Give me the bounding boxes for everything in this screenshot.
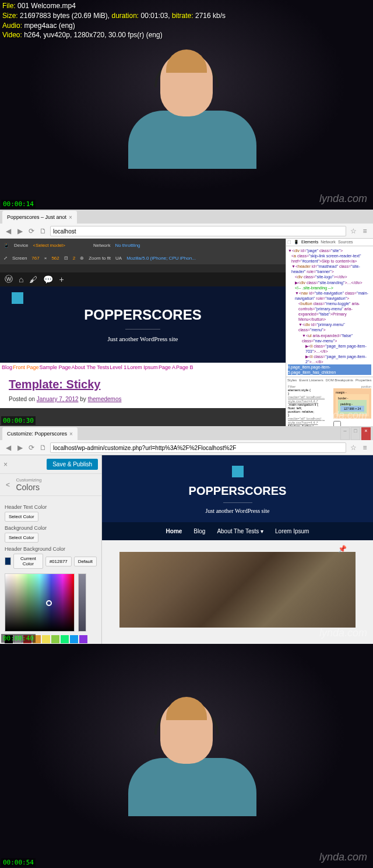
dpr-icon: ⊡ [64, 256, 68, 261]
star-icon[interactable]: ☆ [349, 226, 358, 236]
nav-item[interactable]: Home [166, 528, 182, 534]
styles-tabs[interactable]: StylesEvent ListenersDOM BreakpointsProp… [286, 377, 373, 383]
close-icon[interactable]: × [69, 431, 73, 437]
swatch[interactable] [51, 635, 59, 643]
device-toolbar[interactable]: 📱 Device <Select model> Network No throt… [0, 239, 286, 251]
color-picker[interactable] [5, 573, 97, 632]
address-bar[interactable] [50, 442, 346, 453]
address-bar[interactable] [50, 226, 346, 236]
device-icon[interactable]: 📱 [3, 243, 9, 248]
hex-input[interactable] [45, 557, 72, 566]
star-icon[interactable]: ☆ [349, 443, 358, 452]
browser-tab[interactable]: Customize: Popperscores× [2, 427, 78, 440]
devtools-tabs[interactable]: ⬚ 📱 Elements Network Sources [286, 239, 373, 246]
nav-link[interactable]: Page B [176, 364, 193, 370]
close-customizer-button[interactable]: × [3, 460, 8, 469]
screen-toolbar[interactable]: ⤢ Screen 767 × 562 ⊡ 2 ⊕ Zoom to fit UA … [0, 251, 286, 264]
control-label: Background Color [5, 525, 97, 531]
swatch[interactable] [42, 635, 50, 643]
customizer-sidebar: × Save & Publish < Customizing Colors He… [0, 455, 102, 644]
close-button[interactable]: × [361, 427, 371, 440]
tab-elements[interactable]: Elements [301, 240, 318, 245]
watermark: lynda.com [319, 409, 367, 421]
menu-icon[interactable]: ≡ [360, 443, 370, 452]
dashboard-icon[interactable]: ⌂ [19, 275, 23, 284]
responsive-viewport: 📱 Device <Select model> Network No throt… [0, 239, 286, 426]
dom-breadcrumb[interactable]: li.page_item.page-item-5.page_item_has_c… [288, 364, 371, 375]
back-icon[interactable]: < [6, 481, 10, 489]
nav-links: BlogFront PageSample PageAbout The Tests… [0, 363, 286, 372]
nav-item[interactable]: Blog [193, 528, 205, 534]
picker-handle[interactable] [46, 600, 52, 606]
nav-link[interactable]: Lorem Ipsum [127, 364, 158, 370]
back-button[interactable]: ◀ [3, 226, 13, 236]
reload-button[interactable]: ⟳ [27, 443, 36, 452]
maximize-button[interactable]: □ [351, 427, 360, 440]
file-icon: 🗋 [38, 226, 48, 236]
timestamp: 00:00:30 [1, 416, 36, 425]
swatch[interactable] [70, 635, 78, 643]
default-button[interactable]: Default [74, 557, 97, 566]
nav-item[interactable]: About The Tests ▾ [217, 528, 263, 534]
tab-network[interactable]: Network [321, 240, 336, 245]
current-color-swatch[interactable] [5, 557, 11, 565]
forward-button[interactable]: ▶ [15, 226, 24, 236]
pin-icon: 📌 [338, 545, 347, 553]
site-logo[interactable] [232, 466, 244, 477]
tab-sources[interactable]: Sources [338, 240, 353, 245]
site-title[interactable]: POPPERSCORES [9, 307, 277, 323]
post-date-link[interactable]: January 7, 2012 [37, 396, 79, 402]
swatch[interactable] [79, 635, 87, 643]
rotate-icon[interactable]: ⤢ [3, 256, 8, 261]
device-mode-icon[interactable]: 📱 [294, 240, 299, 245]
site-logo[interactable] [12, 292, 23, 304]
zoom-icon[interactable]: ⊕ [80, 256, 84, 261]
watermark: lynda.com [319, 193, 367, 205]
current-color-button[interactable]: Current Color [13, 554, 43, 569]
select-color-button[interactable]: Select Color [5, 533, 38, 543]
section-header[interactable]: < Customizing Colors [0, 474, 101, 496]
wordpress-icon[interactable]: ⓦ [5, 274, 13, 285]
comment-icon[interactable]: 💬 [43, 275, 53, 284]
save-publish-button[interactable]: Save & Publish [47, 459, 98, 470]
nav-item[interactable]: Lorem Ipsum [275, 528, 309, 534]
timestamp: 00:00:54 [1, 858, 36, 867]
post-title[interactable]: Template: Sticky [9, 378, 277, 391]
close-icon[interactable]: × [69, 214, 72, 221]
nav-link[interactable]: Blog [2, 364, 12, 370]
video-frame-2: Popperscores – Just anot× ◀ ▶ ⟳ 🗋 ☆ ≡ 📱 … [0, 210, 373, 426]
site-title[interactable]: POPPERSCORES [102, 484, 373, 498]
inspect-icon[interactable]: ⬚ [287, 240, 291, 245]
add-icon[interactable]: + [59, 275, 64, 284]
nav-link[interactable]: Level 1 [110, 364, 126, 370]
window-controls[interactable]: –□× [340, 427, 371, 440]
nav-link[interactable]: Page A [159, 364, 175, 370]
dom-tree[interactable]: ▼<div id="page" class="site"> <a class="… [286, 246, 373, 377]
customize-icon[interactable]: 🖌 [29, 275, 37, 284]
site-tagline: Just another WordPress site [102, 508, 373, 522]
back-button[interactable]: ◀ [3, 443, 13, 452]
swatch[interactable] [61, 635, 69, 643]
show-inherited-checkbox[interactable] [333, 421, 341, 426]
timestamp: 00:00:40 [1, 634, 36, 643]
watermark: lynda.com [319, 627, 367, 639]
select-color-button[interactable]: Select Color [5, 512, 38, 522]
media-info-overlay: File: 001 Welcome.mp4 Size: 21697883 byt… [0, 0, 228, 41]
nav-link[interactable]: About The Tests [72, 364, 110, 370]
hue-slider[interactable] [78, 573, 86, 632]
devtools-panel[interactable]: ⬚ 📱 Elements Network Sources ▼<div id="p… [286, 239, 373, 426]
customizer-preview: POPPERSCORES Just another WordPress site… [102, 455, 373, 644]
control-label: Header Text Color [5, 504, 97, 510]
browser-chrome: Customize: Popperscores× –□× ◀ ▶ ⟳ 🗋 ☆ ≡ [0, 426, 373, 455]
wp-admin-bar[interactable]: ⓦ ⌂ 🖌 💬 + [0, 272, 286, 286]
minimize-button[interactable]: – [340, 427, 350, 440]
post-author-link[interactable]: themedemos [88, 396, 122, 402]
menu-icon[interactable]: ≡ [360, 226, 370, 236]
reload-button[interactable]: ⟳ [27, 226, 36, 236]
video-frame-4: 00:00:54 lynda.com [0, 644, 373, 868]
nav-link[interactable]: Sample Page [40, 364, 71, 370]
featured-image: 📌 [119, 552, 356, 628]
browser-tab[interactable]: Popperscores – Just anot× [2, 211, 77, 224]
forward-button[interactable]: ▶ [15, 443, 24, 452]
nav-link[interactable]: Front Page [13, 364, 39, 370]
